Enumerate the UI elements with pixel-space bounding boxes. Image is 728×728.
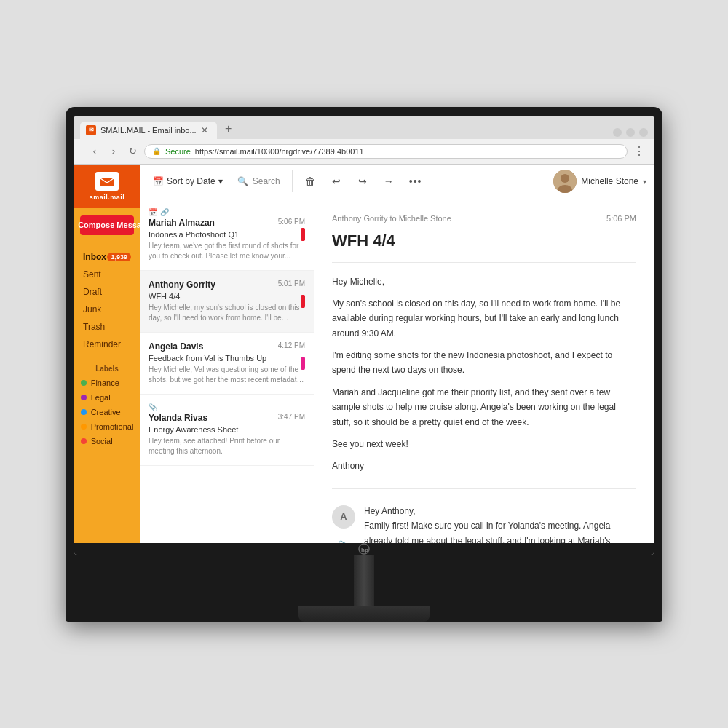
label-item-finance[interactable]: Finance	[74, 376, 142, 390]
back-button[interactable]: ‹	[86, 143, 103, 160]
sidebar-navigation: Inbox 1,939 Sent Draft Junk Trash	[74, 242, 140, 359]
stand-neck	[354, 555, 374, 606]
social-dot	[81, 438, 87, 444]
sidebar-item-trash[interactable]: Trash	[74, 318, 140, 336]
sidebar-item-draft[interactable]: Draft	[74, 283, 140, 301]
email3-preview: Hey Michelle, Val was questioning some o…	[149, 365, 305, 385]
reply-avatar: A	[332, 505, 355, 529]
app-right-panel: 📅 Sort by Date ▾ 🔍 Search 🗑 ↩	[140, 165, 654, 543]
toolbar-divider	[292, 170, 293, 192]
label-item-social[interactable]: Social	[74, 434, 142, 448]
attachment-icon: 📎	[338, 540, 350, 543]
address-bar[interactable]: 🔒 Secure https://smail.mail/10300/nrgdri…	[144, 144, 628, 159]
avatar-image	[553, 170, 577, 193]
undo-icon: ↩	[332, 175, 341, 187]
user-chevron-icon: ▾	[643, 178, 646, 186]
email-list-panel: 📅 🔗 Mariah Almazan 5:06 PM Indonesia Pho…	[140, 199, 314, 543]
email-item-1[interactable]: 📅 🔗 Mariah Almazan 5:06 PM Indonesia Pho…	[140, 199, 314, 271]
more-dots-icon: •••	[409, 175, 422, 187]
email3-unread-dot	[301, 357, 305, 370]
email1-subject: Indonesia Photoshoot Q1	[149, 230, 305, 239]
reminder-label: Reminder	[83, 339, 121, 349]
tab-label: SMAIL.MAIL - Email inbo...	[100, 126, 197, 135]
email-view-subject: WFH 4/4	[332, 232, 636, 250]
sidebar-item-inbox[interactable]: Inbox 1,939	[74, 248, 140, 266]
legal-label: Legal	[91, 393, 111, 402]
sort-by-date-button[interactable]: 📅 Sort by Date ▾	[147, 172, 229, 191]
email4-subject: Energy Awareness Sheet	[149, 425, 305, 434]
email1-icons: 📅 🔗	[149, 208, 305, 216]
monitor: ✉ SMAIL.MAIL - Email inbo... ✕ + ‹ › ↻	[66, 107, 662, 622]
monitor-bezel-bottom: hp	[74, 543, 654, 555]
search-box[interactable]: 🔍 Search	[232, 172, 286, 191]
avatar	[553, 170, 577, 193]
browser-tab-active[interactable]: ✉ SMAIL.MAIL - Email inbo... ✕	[80, 122, 217, 139]
svg-rect-0	[100, 178, 114, 186]
email4-time: 3:47 PM	[278, 413, 305, 421]
link-small-icon: 🔗	[160, 208, 169, 216]
email-item-3[interactable]: Angela Davis 4:12 PM Feedback from Val i…	[140, 333, 314, 395]
window-maximize-button[interactable]	[626, 128, 635, 137]
label-item-legal[interactable]: Legal	[74, 390, 142, 405]
body-para-5: Anthony	[332, 459, 636, 473]
email-item-4[interactable]: 📎 Yolanda Rivas 3:47 PM Energy Awareness…	[140, 395, 314, 466]
body-para-0: Hey Michelle,	[332, 274, 636, 289]
email2-time: 5:01 PM	[278, 280, 305, 288]
finance-dot	[81, 380, 87, 386]
sidebar-item-sent[interactable]: Sent	[74, 266, 140, 283]
secure-label: Secure	[165, 147, 191, 156]
reply-greeting: Hey Anthony,	[364, 504, 636, 518]
browser-controls: ‹ › ↻ 🔒 Secure https://smail.mail/10300/…	[74, 139, 654, 164]
email-thread-header: Anthony Gorrity to Michelle Stone 5:06 P…	[332, 214, 636, 263]
sidebar: smail.mail ✏️ Compose Message Inbox 1,93…	[74, 165, 140, 543]
svg-point-2	[561, 174, 569, 183]
reload-button[interactable]: ↻	[124, 143, 141, 160]
new-tab-button[interactable]: +	[220, 120, 237, 138]
forward-action-button[interactable]: →	[377, 170, 400, 193]
forward-icon: →	[384, 175, 394, 187]
label-item-creative[interactable]: Creative	[74, 405, 142, 419]
user-profile[interactable]: Michelle Stone ▾	[553, 170, 646, 193]
tab-favicon: ✉	[86, 125, 96, 135]
email4-sender: Yolanda Rivas	[149, 413, 207, 423]
window-minimize-button[interactable]	[613, 128, 622, 137]
email1-preview: Hey team, we've got the first round of s…	[149, 241, 305, 261]
email-body: Hey Michelle, My son's school is closed …	[332, 274, 636, 474]
email3-header: Angela Davis 4:12 PM	[149, 341, 305, 352]
forward-button[interactable]: ›	[105, 143, 122, 160]
sort-chevron-icon: ▾	[218, 176, 223, 186]
body-para-3: Mariah and Jacqueline got me their prior…	[332, 385, 636, 430]
nav-arrows: ‹ › ↻	[86, 143, 141, 160]
browser-menu-button[interactable]: ⋮	[630, 143, 648, 160]
body-para-4: See you next week!	[332, 437, 636, 451]
email4-icons: 📎	[149, 403, 305, 411]
email1-time: 5:06 PM	[278, 218, 305, 226]
hp-logo: hp	[355, 540, 373, 555]
calendar-small-icon: 📅	[149, 208, 157, 216]
email2-unread-dot	[301, 295, 305, 308]
app-container: smail.mail ✏️ Compose Message Inbox 1,93…	[74, 165, 654, 543]
reply-text: Family first! Make sure you call in for …	[364, 518, 636, 542]
more-button[interactable]: •••	[403, 173, 428, 190]
tab-close-button[interactable]: ✕	[201, 125, 208, 135]
email-item-2[interactable]: Anthony Gorrity 5:01 PM WFH 4/4 Hey Mich…	[140, 271, 314, 333]
browser-tabs: ✉ SMAIL.MAIL - Email inbo... ✕ +	[74, 116, 654, 139]
sort-label: Sort by Date	[167, 176, 215, 186]
label-item-promotional[interactable]: Promotional	[74, 419, 142, 434]
sidebar-item-reminder[interactable]: Reminder	[74, 336, 140, 353]
trash-icon: 🗑	[305, 175, 315, 187]
undo2-button[interactable]: ↪	[351, 170, 374, 193]
stand-base	[298, 606, 430, 622]
thread-divider	[332, 488, 636, 489]
window-close-button[interactable]	[639, 128, 648, 137]
creative-dot	[81, 409, 87, 415]
undo-button[interactable]: ↩	[325, 170, 348, 193]
reply-section: A 📎 Hey Anthony, Family first! Make sure…	[332, 504, 636, 543]
sidebar-item-junk[interactable]: Junk	[74, 301, 140, 318]
undo2-icon: ↪	[358, 175, 367, 187]
delete-button[interactable]: 🗑	[298, 170, 322, 193]
trash-label: Trash	[83, 322, 105, 332]
email3-time: 4:12 PM	[278, 341, 305, 349]
compose-button[interactable]: ✏️ Compose Message	[80, 215, 134, 235]
search-icon: 🔍	[237, 176, 248, 186]
